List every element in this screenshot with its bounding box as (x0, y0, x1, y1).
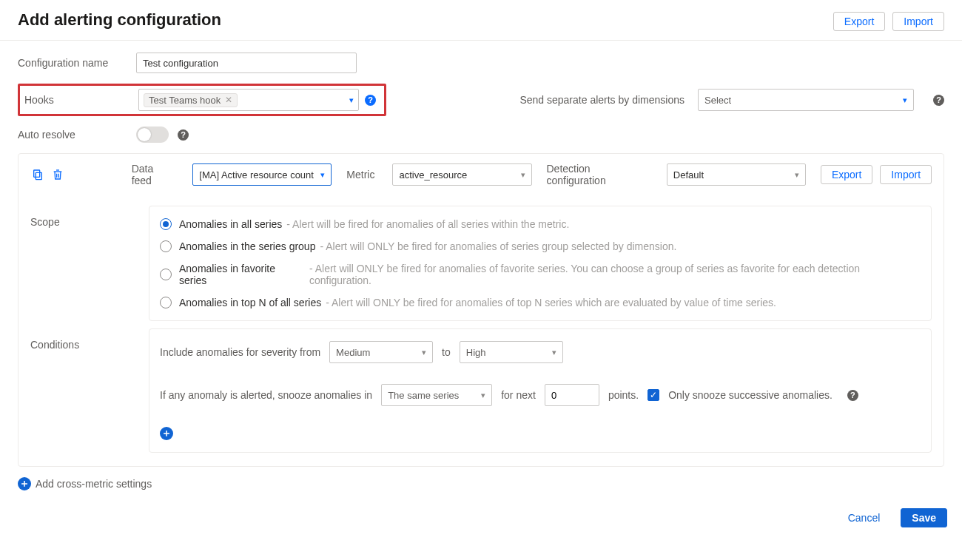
hooks-select[interactable]: Test Teams hook ✕ ▾ (138, 89, 359, 111)
card-export-button[interactable]: Export (821, 165, 872, 184)
severity-prefix: Include anomalies for severity from (160, 346, 320, 358)
only-successive-help-icon[interactable]: ? (847, 390, 858, 401)
delete-icon[interactable] (50, 167, 64, 182)
svg-rect-1 (33, 170, 39, 177)
metric-label: Metric (346, 169, 374, 181)
data-feed-label: Data feed (132, 163, 175, 186)
metric-value: active_resource (399, 169, 467, 181)
save-button[interactable]: Save (901, 508, 947, 527)
chevron-down-icon: ▾ (521, 170, 525, 180)
header-import-button[interactable]: Import (892, 12, 944, 31)
snooze-count-input[interactable] (545, 384, 599, 406)
scope-option-title: Anomalies in favorite series (179, 263, 305, 286)
snooze-scope-select[interactable]: The same series ▾ (381, 384, 492, 406)
detection-config-label: Detection configuration (547, 163, 649, 186)
auto-resolve-label: Auto resolve (18, 129, 136, 141)
detection-config-value: Default (673, 169, 704, 181)
chevron-down-icon: ▾ (320, 170, 325, 180)
radio-icon[interactable] (160, 240, 172, 252)
severity-to-label: to (442, 346, 451, 358)
snooze-suffix: points. (608, 389, 639, 401)
hook-tag-remove-icon[interactable]: ✕ (225, 95, 232, 105)
plus-icon: ＋ (18, 477, 31, 490)
add-cross-metric-label: Add cross-metric settings (36, 478, 152, 490)
severity-to-value: High (466, 347, 486, 358)
data-feed-select[interactable]: [MA] Active resource count ▾ (192, 163, 332, 186)
hook-tag-text: Test Teams hook (149, 95, 221, 106)
snooze-scope-value: The same series (388, 390, 459, 401)
severity-from-value: Medium (336, 347, 370, 358)
scope-options: Anomalies in all series - Alert will be … (149, 206, 932, 321)
severity-to-select[interactable]: High ▾ (460, 341, 563, 363)
scope-option-hint: - Alert will be fired for anomalies of a… (286, 218, 569, 230)
snooze-prefix: If any anomaly is alerted, snooze anomal… (160, 389, 372, 401)
chevron-down-icon: ▾ (349, 95, 354, 105)
dimensions-select-placeholder: Select (704, 95, 731, 106)
scope-option[interactable]: Anomalies in favorite series - Alert wil… (160, 263, 921, 286)
metric-config-card: Data feed [MA] Active resource count ▾ M… (18, 153, 944, 467)
toggle-knob (138, 128, 151, 141)
radio-icon[interactable] (160, 218, 172, 230)
chevron-down-icon: ▾ (422, 348, 426, 357)
scope-option-title: Anomalies in all series (179, 218, 282, 230)
snooze-mid: for next (501, 389, 536, 401)
scope-option-hint: - Alert will ONLY be fired for anomalies… (320, 240, 676, 252)
hooks-highlighted-region: Hooks Test Teams hook ✕ ▾ ? (18, 84, 386, 116)
scope-option-title: Anomalies in top N of all series (179, 297, 321, 308)
auto-resolve-help-icon[interactable]: ? (178, 129, 189, 141)
severity-from-select[interactable]: Medium ▾ (329, 341, 433, 363)
scope-option[interactable]: Anomalies in all series - Alert will be … (160, 218, 921, 230)
detection-config-select[interactable]: Default ▾ (667, 163, 806, 186)
chevron-down-icon: ▾ (795, 170, 799, 180)
chevron-down-icon: ▾ (552, 348, 556, 357)
scope-option-hint: - Alert will ONLY be fired for anomalies… (309, 263, 921, 286)
dimensions-label: Send separate alerts by dimensions (514, 94, 684, 106)
scope-section-label: Scope (30, 206, 149, 228)
config-name-input[interactable] (136, 53, 357, 73)
config-name-label: Configuration name (18, 57, 136, 69)
radio-icon[interactable] (160, 269, 172, 280)
chevron-down-icon: ▾ (481, 391, 485, 400)
dimensions-help-icon[interactable]: ? (933, 95, 944, 106)
add-cross-metric-button[interactable]: ＋ Add cross-metric settings (18, 477, 152, 490)
conditions-section-label: Conditions (30, 328, 149, 351)
only-successive-label: Only snooze successive anomalies. (668, 389, 832, 401)
card-import-button[interactable]: Import (880, 165, 932, 184)
dimensions-select[interactable]: Select ▾ (698, 89, 914, 111)
cancel-button[interactable]: Cancel (838, 509, 891, 527)
hooks-label: Hooks (24, 94, 138, 106)
chevron-down-icon: ▾ (903, 95, 907, 105)
scope-option[interactable]: Anomalies in the series group - Alert wi… (160, 240, 921, 252)
radio-icon[interactable] (160, 297, 172, 308)
data-feed-value: [MA] Active resource count (199, 169, 314, 181)
scope-option-hint: - Alert will ONLY be fired for anomalies… (326, 297, 776, 308)
hooks-help-icon[interactable]: ? (365, 95, 376, 106)
metric-select[interactable]: active_resource ▾ (392, 163, 531, 186)
header-export-button[interactable]: Export (833, 12, 885, 31)
page-title: Add alerting configuration (18, 10, 221, 30)
conditions-panel: Include anomalies for severity from Medi… (149, 328, 932, 453)
auto-resolve-toggle[interactable] (136, 126, 169, 143)
copy-icon[interactable] (30, 167, 44, 182)
only-successive-checkbox[interactable]: ✓ (648, 389, 659, 401)
add-condition-button[interactable]: ＋ (160, 427, 173, 440)
scope-option[interactable]: Anomalies in top N of all series - Alert… (160, 297, 921, 308)
scope-option-title: Anomalies in the series group (179, 240, 315, 252)
svg-rect-0 (36, 172, 41, 179)
hook-tag: Test Teams hook ✕ (144, 93, 238, 107)
